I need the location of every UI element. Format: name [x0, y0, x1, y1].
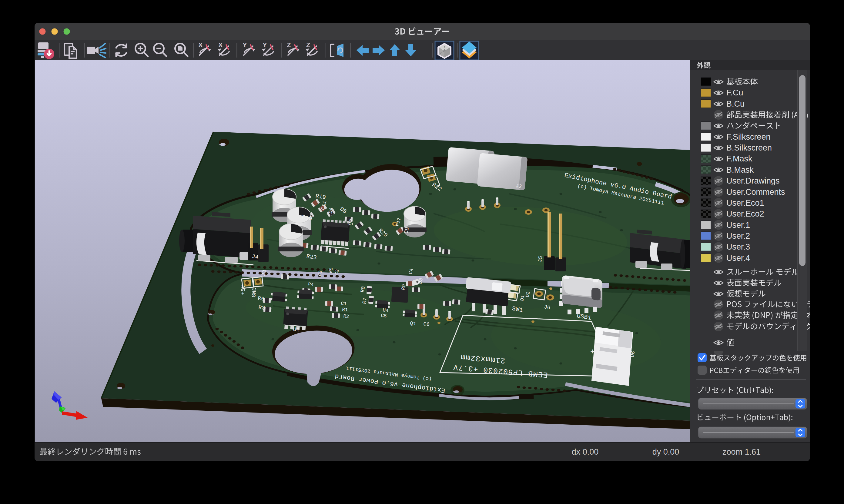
svg-text:B.Cu: B.Cu: [726, 100, 744, 108]
svg-text:J4: J4: [251, 253, 259, 260]
svg-text:+5V: +5V: [240, 285, 247, 295]
svg-text:Y: Y: [243, 41, 247, 49]
svg-text:J3: J3: [261, 269, 268, 276]
svg-text:User.Drawings: User.Drawings: [726, 176, 780, 185]
svg-text:Q1: Q1: [410, 321, 416, 327]
svg-text:U6: U6: [630, 350, 636, 357]
svg-text:dx 0.00: dx 0.00: [572, 447, 599, 456]
svg-text:F.Cu: F.Cu: [726, 88, 743, 97]
svg-text:Z: Z: [287, 41, 291, 49]
svg-text:User.4: User.4: [726, 253, 750, 263]
svg-text:X: X: [218, 41, 223, 49]
svg-text:X: X: [198, 41, 203, 49]
svg-text:R1: R1: [342, 307, 348, 313]
svg-text:dy 0.00: dy 0.00: [652, 447, 679, 456]
svg-text:D2: D2: [525, 291, 531, 298]
svg-text:F.Silkscreen: F.Silkscreen: [726, 132, 771, 141]
svg-text:U1: U1: [293, 326, 300, 333]
svg-text:J2: J2: [515, 183, 522, 190]
svg-text:R3: R3: [258, 304, 265, 311]
svg-text:C1: C1: [341, 301, 347, 307]
svg-text:User.3: User.3: [726, 242, 750, 251]
svg-text:User.Comments: User.Comments: [726, 187, 785, 197]
svg-text:Y: Y: [262, 41, 267, 49]
svg-text:zoom 1.61: zoom 1.61: [722, 447, 761, 456]
svg-text:U4: U4: [382, 307, 389, 313]
svg-text:R6: R6: [257, 295, 265, 302]
svg-text:B.Silkscreen: B.Silkscreen: [726, 143, 772, 152]
svg-text:Z: Z: [306, 41, 310, 49]
svg-text:P4: P4: [308, 282, 314, 287]
svg-text:C5: C5: [380, 313, 387, 319]
svg-text:J5: J5: [537, 256, 544, 262]
svg-text:User.Eco1: User.Eco1: [726, 198, 764, 208]
svg-text:C6: C6: [423, 321, 430, 327]
svg-text:R9: R9: [400, 284, 407, 290]
svg-text:R2: R2: [343, 313, 349, 320]
svg-text:GND: GND: [251, 287, 258, 298]
svg-text:R7: R7: [361, 297, 368, 304]
svg-text:J6: J6: [544, 304, 551, 311]
svg-text:User.1: User.1: [726, 220, 750, 230]
svg-text:B.Mask: B.Mask: [726, 165, 754, 175]
svg-text:+: +: [590, 347, 595, 357]
svg-text:User.2: User.2: [726, 231, 750, 240]
svg-text:R8: R8: [360, 286, 366, 293]
svg-text:F.Mask: F.Mask: [726, 154, 753, 163]
svg-text:U7: U7: [347, 218, 355, 226]
svg-text:User.Eco2: User.Eco2: [726, 209, 764, 218]
